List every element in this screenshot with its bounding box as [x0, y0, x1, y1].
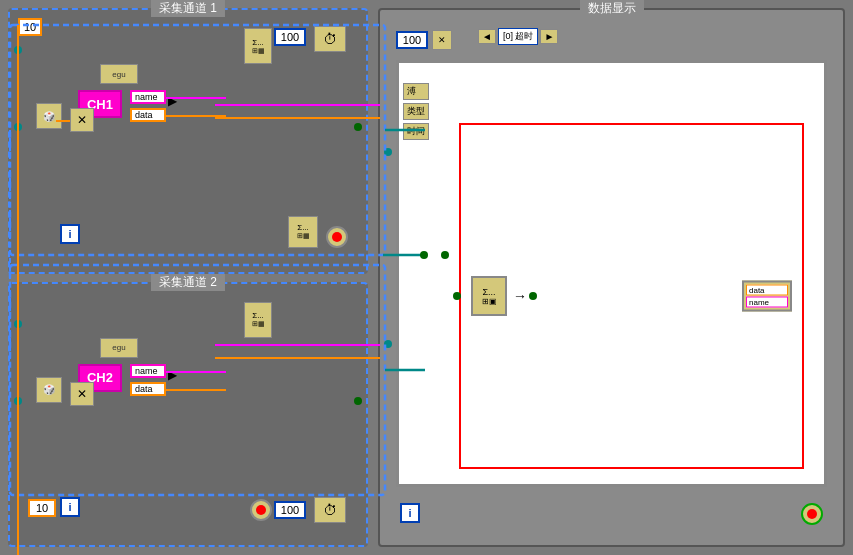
disp-numeric-100[interactable]: 100 [396, 31, 428, 49]
ch2-stop-btn[interactable] [250, 499, 272, 521]
ch2-timer[interactable]: ⏱ [314, 497, 346, 523]
disp-conn-mid [384, 340, 392, 348]
disp-info-btn[interactable]: i [400, 503, 420, 523]
ch1-orange-wire-2 [56, 120, 70, 122]
channel1-title: 采集通道 1 [151, 0, 225, 17]
cluster-name: name [746, 297, 788, 308]
ch1-conn-mid [14, 123, 22, 131]
ch2-data-ctrl[interactable]: data [130, 382, 166, 396]
top-controls: 100 ✕ [396, 30, 452, 50]
channel2-box: 采集通道 2 Σ... ⊞▦ egu CH2 name ▶ data [8, 282, 368, 548]
ch1-build-array-2[interactable]: Σ... ⊞▦ [288, 216, 318, 248]
right-panel: 数据显示 100 ✕ ◄ [0] 超时 ► 溥 类型 时间 [378, 8, 845, 547]
chart-labels: 溥 类型 时间 [403, 83, 429, 140]
disp-x-btn[interactable]: ✕ [432, 30, 452, 50]
ch1-orange-wire-1 [166, 115, 226, 117]
label-pu: 溥 [403, 83, 429, 100]
ch2-inner: Σ... ⊞▦ egu CH2 name ▶ data ✕ 🎲 [18, 292, 358, 538]
ch1-random[interactable]: 🎲 [36, 103, 62, 129]
ch1-build-array-1[interactable]: Σ... ⊞▦ [244, 28, 272, 64]
nav-controls: ◄ [0] 超时 ► [478, 28, 558, 45]
disp-stop-btn[interactable] [801, 503, 823, 525]
right-inner: 100 ✕ ◄ [0] 超时 ► 溥 类型 时间 [388, 18, 835, 537]
disp-conn-top [384, 148, 392, 156]
ch1-data-ctrl[interactable]: data [130, 108, 166, 122]
ch2-info-btn[interactable]: i [60, 497, 80, 517]
red-box-cluster: data name [742, 281, 792, 312]
channel1-box: 采集通道 1 100 ⏱ Σ... ⊞▦ egu CH1 name [8, 8, 368, 274]
ch1-numeric-100[interactable]: 100 [274, 28, 306, 46]
red-box-conn-left [453, 292, 461, 300]
nav-left-btn[interactable]: ◄ [478, 29, 496, 44]
ch1-info-btn[interactable]: i [60, 224, 80, 244]
cluster-data: data [746, 285, 788, 296]
ch2-conn-right [354, 397, 362, 405]
red-box-conn-mid [529, 292, 537, 300]
nav-right-btn[interactable]: ► [540, 29, 558, 44]
ch2-random[interactable]: 🎲 [36, 377, 62, 403]
ch2-pink-wire-1 [166, 371, 226, 373]
ch1-conn-top [14, 46, 22, 54]
ch2-stop-inner [256, 505, 266, 515]
ch1-stop-inner [332, 232, 342, 242]
ch2-epv[interactable]: egu [100, 338, 138, 358]
label-type: 类型 [403, 103, 429, 120]
ch2-numeric-10[interactable]: 10 [28, 499, 56, 517]
red-highlight-box: Σ... ⊞▣ → data name [459, 123, 804, 469]
ch2-conn-mid [14, 397, 22, 405]
label-time: 时间 [403, 123, 429, 140]
ch1-stop-btn[interactable] [326, 226, 348, 248]
ch1-epv[interactable]: egu [100, 64, 138, 84]
main-container: 采集通道 1 100 ⏱ Σ... ⊞▦ egu CH1 name [0, 0, 853, 555]
ch2-multiply[interactable]: ✕ [70, 382, 94, 406]
ch1-inner: 100 ⏱ Σ... ⊞▦ egu CH1 name ▶ [18, 18, 358, 264]
ch2-conn-top [14, 320, 22, 328]
ch2-build-array-1[interactable]: Σ... ⊞▦ [244, 302, 272, 338]
disp-stop-inner [807, 509, 817, 519]
index-display: [0] 超时 [498, 28, 539, 45]
ch1-name-ctrl[interactable]: name [130, 90, 166, 104]
ch1-multiply[interactable]: ✕ [70, 108, 94, 132]
ch2-name-ctrl[interactable]: name [130, 364, 166, 378]
ch1-numeric-10[interactable]: 10 [18, 18, 42, 36]
waveform-chart: 溥 类型 时间 Σ... ⊞▣ [396, 60, 827, 487]
ch1-conn-right [354, 123, 362, 131]
ch1-timer[interactable]: ⏱ [314, 26, 346, 52]
ch2-orange-wire-1 [166, 389, 226, 391]
red-box-arrow: → [513, 288, 527, 304]
left-panel: 采集通道 1 100 ⏱ Σ... ⊞▦ egu CH1 name [8, 8, 368, 547]
ch1-pink-wire-1 [166, 97, 226, 99]
red-box-build-array: Σ... ⊞▣ [471, 276, 507, 316]
ch2-numeric-100[interactable]: 100 [274, 501, 306, 519]
channel2-title: 采集通道 2 [151, 274, 225, 291]
data-display-title: 数据显示 [580, 0, 644, 17]
